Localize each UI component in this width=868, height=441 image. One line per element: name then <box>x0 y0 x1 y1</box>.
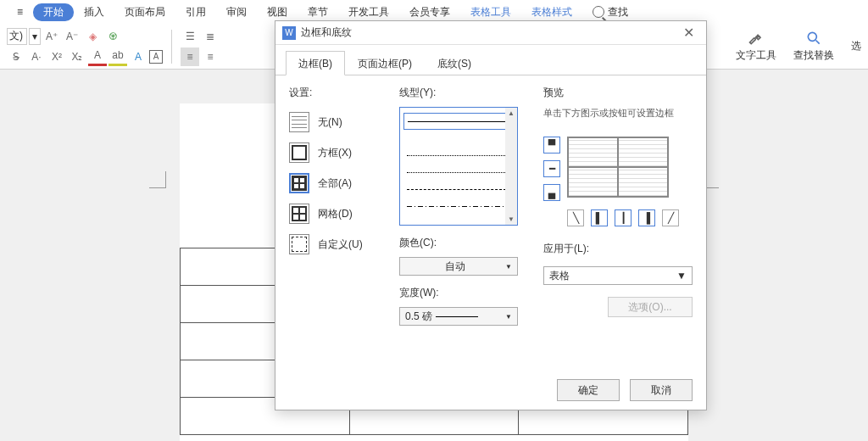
edge-diag1-button[interactable]: ╲ <box>567 209 584 226</box>
options-button: 选项(O)... <box>608 297 693 317</box>
search-icon <box>593 6 604 18</box>
tab-border[interactable]: 边框(B) <box>286 51 345 75</box>
applyto-label: 应用于(L): <box>543 242 693 256</box>
text-tool-button[interactable]: 文字工具 <box>736 30 776 63</box>
find-replace-label: 查找替换 <box>793 48 834 63</box>
preset-none-icon <box>289 112 309 132</box>
dialog-body: 设置: 无(N) 方框(X) 全部(A) 网格(D) 自定义(U) <box>275 75 706 371</box>
paragraph-group: ☰ ≣ ≡ ≡ <box>181 27 220 66</box>
font-size-combo[interactable]: ▾ <box>29 28 41 45</box>
superscript-button[interactable]: X² <box>47 47 66 66</box>
ribbon-separator <box>171 30 172 64</box>
select-label: 选 <box>851 39 861 53</box>
edge-vmid-button[interactable]: ┃ <box>615 209 632 226</box>
applyto-combo[interactable]: 表格 ▼ <box>543 266 693 285</box>
edge-left-button[interactable]: ▌ <box>591 209 608 226</box>
menu-dev[interactable]: 开发工具 <box>338 2 399 23</box>
tab-shading[interactable]: 底纹(S) <box>425 51 484 75</box>
line-style-solid[interactable] <box>403 113 514 130</box>
numbering-button[interactable]: ≣ <box>201 27 220 46</box>
preview-grid[interactable] <box>567 137 669 198</box>
menu-section[interactable]: 章节 <box>298 2 338 23</box>
ok-button[interactable]: 确定 <box>557 379 620 401</box>
edge-top-button[interactable]: ▀ <box>543 137 560 154</box>
menu-review[interactable]: 审阅 <box>216 2 257 23</box>
line-list-scrollbar[interactable]: ▲ ▼ <box>505 108 517 225</box>
tab-page-border[interactable]: 页面边框(P) <box>345 51 425 75</box>
menu-layout[interactable]: 页面布局 <box>114 2 175 23</box>
preset-custom[interactable]: 自定义(U) <box>289 234 382 254</box>
width-combo[interactable]: 0.5 磅 ▼ <box>399 307 518 326</box>
line-style-dashed[interactable] <box>403 181 514 198</box>
search-label: 查找 <box>608 5 628 20</box>
preview-hint: 单击下方图示或按钮可设置边框 <box>543 107 693 120</box>
font-increase-button[interactable]: A⁺ <box>42 27 61 46</box>
text-tool-label: 文字工具 <box>736 48 776 63</box>
menu-view[interactable]: 视图 <box>257 2 298 23</box>
preview-canvas: ▀ ━ ▄ <box>543 137 693 201</box>
clear-format-button[interactable]: ◈ <box>83 27 102 46</box>
find-replace-button[interactable]: 查找替换 <box>793 30 834 63</box>
char-border-button[interactable]: A <box>149 50 163 64</box>
color-label: 颜色(C): <box>399 236 526 250</box>
preset-all[interactable]: 全部(A) <box>289 173 382 193</box>
font-color-button[interactable]: A <box>88 47 107 66</box>
scroll-down-icon[interactable]: ▼ <box>508 215 515 223</box>
highlight-button[interactable]: ab <box>108 47 127 66</box>
menu-member[interactable]: 会员专享 <box>399 2 460 23</box>
line-style-none[interactable] <box>403 130 514 147</box>
preset-grid-icon <box>289 204 309 224</box>
char-shading-button[interactable]: A <box>129 47 147 66</box>
preview-column: 预览 单击下方图示或按钮可设置边框 ▀ ━ ▄ ╲ ▌ ┃ ▐ ╱ 应用于(L)… <box>543 86 693 360</box>
preset-grid-label: 网格(D) <box>318 207 353 221</box>
edge-bottom-button[interactable]: ▄ <box>543 184 560 201</box>
dialog-tabs: 边框(B) 页面边框(P) 底纹(S) <box>275 50 706 75</box>
align-justify-button[interactable]: ≡ <box>181 47 199 66</box>
linetype-label: 线型(Y): <box>399 86 526 100</box>
scroll-up-icon[interactable]: ▲ <box>508 109 515 117</box>
chevron-down-icon: ▼ <box>676 270 687 282</box>
line-style-dashdot[interactable] <box>403 198 514 215</box>
style-column: 线型(Y): ▲ ▼ 颜色(C): 自动 ▼ 宽度(W): 0.5 磅 <box>399 86 526 360</box>
preset-none-label: 无(N) <box>318 115 342 130</box>
dot-button[interactable]: A· <box>27 47 46 66</box>
line-style-list[interactable]: ▲ ▼ <box>399 107 518 226</box>
menu-insert[interactable]: 插入 <box>74 2 114 23</box>
align-left-button[interactable]: ≡ <box>201 47 220 66</box>
cancel-button[interactable]: 取消 <box>630 379 693 401</box>
line-style-dotted[interactable] <box>403 147 514 164</box>
preset-all-icon <box>289 173 309 193</box>
close-button[interactable]: ✕ <box>678 25 699 41</box>
edge-diag2-button[interactable]: ╱ <box>662 209 679 226</box>
font-decrease-button[interactable]: A⁻ <box>63 27 81 46</box>
settings-column: 设置: 无(N) 方框(X) 全部(A) 网格(D) 自定义(U) <box>289 86 382 360</box>
preset-all-label: 全部(A) <box>318 176 352 191</box>
select-button[interactable]: 选 <box>851 39 861 53</box>
dialog-titlebar[interactable]: W 边框和底纹 ✕ <box>275 21 706 45</box>
menu-back-icon[interactable]: ≡ <box>7 3 33 21</box>
settings-label: 设置: <box>289 86 382 100</box>
subscript-button[interactable]: X₂ <box>68 47 86 66</box>
app-icon: W <box>282 26 296 40</box>
color-combo[interactable]: 自动 ▼ <box>399 257 518 276</box>
chevron-down-icon: ▼ <box>505 313 512 321</box>
edge-hmid-button[interactable]: ━ <box>543 160 560 177</box>
applyto-value: 表格 <box>549 269 570 283</box>
preset-box[interactable]: 方框(X) <box>289 142 382 163</box>
preview-label: 预览 <box>543 86 693 100</box>
preset-grid[interactable]: 网格(D) <box>289 204 382 224</box>
menu-start[interactable]: 开始 <box>33 3 74 21</box>
font-name-combo[interactable]: 文) <box>7 28 27 45</box>
menu-table-style[interactable]: 表格样式 <box>521 2 582 23</box>
format-painter-button[interactable]: ♼ <box>103 27 122 46</box>
search-area[interactable]: 查找 <box>593 5 628 20</box>
bullets-button[interactable]: ☰ <box>181 27 199 46</box>
font-group: 文) ▾ A⁺ A⁻ ◈ ♼ S̶ A· X² X₂ A ab A A <box>7 27 163 66</box>
strike-button[interactable]: S̶ <box>7 47 25 66</box>
preset-none[interactable]: 无(N) <box>289 112 382 132</box>
line-style-dashed-fine[interactable] <box>403 164 514 181</box>
menu-table-tool[interactable]: 表格工具 <box>460 2 521 23</box>
wrench-icon <box>748 30 765 47</box>
menu-ref[interactable]: 引用 <box>175 2 216 23</box>
edge-right-button[interactable]: ▐ <box>638 209 655 226</box>
